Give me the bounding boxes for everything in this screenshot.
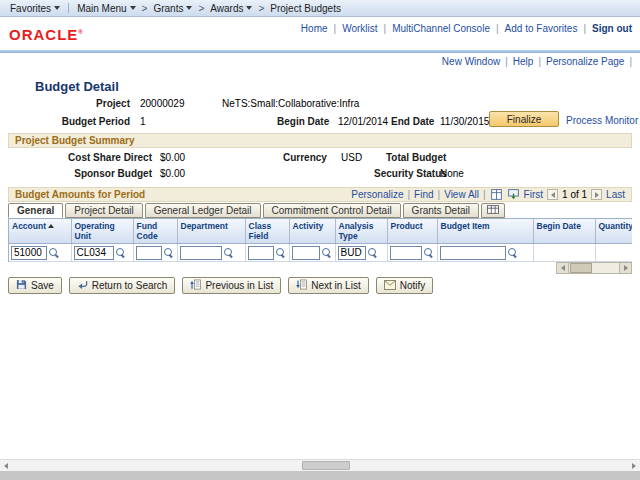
col-quantity[interactable]: Quantity (595, 219, 632, 244)
find-link[interactable]: Find (414, 189, 433, 200)
page-scroll-right-icon[interactable] (628, 460, 640, 471)
show-all-columns-tab[interactable] (481, 203, 505, 218)
personalize-link[interactable]: Personalize (351, 189, 403, 200)
product-lookup-icon[interactable] (424, 248, 434, 258)
awards-label: Awards (210, 3, 243, 14)
return-to-search-icon (77, 279, 88, 292)
department-lookup-icon[interactable] (224, 248, 234, 258)
chevron-down-icon (246, 6, 252, 10)
col-activity[interactable]: Activity (289, 219, 335, 244)
analysis-type-input[interactable] (338, 246, 366, 260)
link-separator: | (483, 189, 486, 200)
row-position: 1 of 1 (562, 189, 587, 200)
breadcrumb-separator: > (196, 3, 206, 14)
help-link[interactable]: Help (513, 56, 534, 67)
col-begin-date[interactable]: Begin Date (533, 219, 595, 244)
currency-value: USD (341, 152, 362, 163)
operating-unit-lookup-icon[interactable] (116, 248, 126, 258)
budget-period-label: Budget Period (40, 116, 130, 127)
grid-horizontal-scrollbar[interactable] (556, 262, 632, 274)
download-icon[interactable] (507, 189, 520, 201)
col-budget-item[interactable]: Budget Item (437, 219, 533, 244)
activity-input[interactable] (292, 246, 320, 260)
grid-tabs: General Project Detail General Ledger De… (8, 203, 505, 218)
budget-grid: Account Operating Unit Fund Code Departm… (8, 218, 632, 262)
multichannel-console-link[interactable]: MultiChannel Console (392, 23, 490, 34)
worklist-link[interactable]: Worklist (342, 23, 377, 34)
col-class-field[interactable]: Class Field (245, 219, 289, 244)
grid-scroll-track[interactable] (569, 263, 619, 273)
view-all-link[interactable]: View All (444, 189, 479, 200)
col-product[interactable]: Product (387, 219, 437, 244)
tab-grants-detail[interactable]: Grants Detail (403, 203, 479, 218)
grid-scroll-left-icon[interactable] (557, 263, 569, 273)
process-monitor-link[interactable]: Process Monitor (566, 115, 638, 126)
notify-label: Notify (400, 280, 426, 291)
col-department-label: Department (181, 221, 228, 231)
col-department[interactable]: Department (177, 219, 245, 244)
main-menu[interactable]: Main Menu (73, 3, 139, 14)
previous-row-icon[interactable] (547, 189, 558, 200)
favorites-label: Favorites (10, 3, 51, 14)
previous-in-list-icon (190, 279, 201, 292)
breadcrumb-current-project-budgets[interactable]: Project Budgets (266, 3, 345, 14)
class-field-lookup-icon[interactable] (276, 248, 286, 258)
col-begin-date-label: Begin Date (537, 221, 581, 231)
tab-general[interactable]: General (8, 203, 63, 218)
analysis-type-lookup-icon[interactable] (368, 248, 378, 258)
tab-project-detail-label: Project Detail (74, 205, 133, 216)
sign-out-link[interactable]: Sign out (592, 23, 632, 34)
last-link[interactable]: Last (606, 189, 625, 200)
finalize-button[interactable]: Finalize (489, 111, 559, 127)
notify-button[interactable]: Notify (376, 277, 434, 294)
cost-share-direct-value: $0.00 (160, 152, 185, 163)
grid-scroll-right-icon[interactable] (619, 263, 631, 273)
col-fund-code[interactable]: Fund Code (133, 219, 177, 244)
add-to-favorites-link[interactable]: Add to Favorites (505, 23, 578, 34)
project-id-value: 20000029 (140, 98, 185, 109)
account-lookup-icon[interactable] (49, 248, 59, 258)
activity-lookup-icon[interactable] (322, 248, 332, 258)
next-in-list-button[interactable]: Next in List (288, 277, 368, 294)
page-horizontal-scrollbar[interactable] (0, 459, 640, 471)
tab-commitment-control-detail-label: Commitment Control Detail (272, 205, 392, 216)
col-operating-unit[interactable]: Operating Unit (71, 219, 133, 244)
col-analysis-type[interactable]: Analysis Type (335, 219, 387, 244)
favorites-menu[interactable]: Favorites (6, 3, 64, 14)
fund-code-lookup-icon[interactable] (164, 248, 174, 258)
save-icon (16, 279, 27, 292)
department-input[interactable] (180, 246, 222, 260)
operating-unit-input[interactable] (74, 246, 114, 260)
return-to-search-button[interactable]: Return to Search (69, 277, 176, 294)
personalize-page-link[interactable]: Personalize Page (546, 56, 624, 67)
previous-in-list-button[interactable]: Previous in List (182, 277, 281, 294)
product-input[interactable] (390, 246, 422, 260)
tab-commitment-control-detail[interactable]: Commitment Control Detail (263, 203, 401, 218)
breadcrumb-grants[interactable]: Grants (149, 3, 196, 14)
zoom-grid-icon[interactable] (490, 189, 503, 201)
page-scroll-left-icon[interactable] (0, 460, 12, 471)
project-label: Project (40, 98, 130, 109)
budget-item-input[interactable] (440, 246, 506, 260)
project-budgets-label: Project Budgets (270, 3, 341, 14)
budget-period-value: 1 (140, 116, 146, 127)
account-input[interactable] (11, 246, 47, 260)
col-account[interactable]: Account (9, 219, 71, 244)
fund-code-input[interactable] (136, 246, 162, 260)
notify-icon (384, 280, 396, 292)
first-link[interactable]: First (524, 189, 543, 200)
grid-header-row: Account Operating Unit Fund Code Departm… (9, 219, 632, 244)
col-fund-code-label: Fund Code (137, 221, 158, 241)
new-window-link[interactable]: New Window (442, 56, 500, 67)
home-link[interactable]: Home (301, 23, 328, 34)
breadcrumb-awards[interactable]: Awards (206, 3, 256, 14)
page-scroll-thumb[interactable] (302, 461, 350, 470)
save-button[interactable]: Save (8, 277, 62, 294)
tab-project-detail[interactable]: Project Detail (65, 203, 142, 218)
budget-item-lookup-icon[interactable] (508, 248, 518, 258)
page-utility-links: New Window | Help | Personalize Page | (442, 56, 632, 67)
tab-general-ledger-detail[interactable]: General Ledger Detail (145, 203, 261, 218)
next-row-icon[interactable] (591, 189, 602, 200)
class-field-input[interactable] (248, 246, 274, 260)
grid-scroll-thumb[interactable] (570, 263, 592, 273)
